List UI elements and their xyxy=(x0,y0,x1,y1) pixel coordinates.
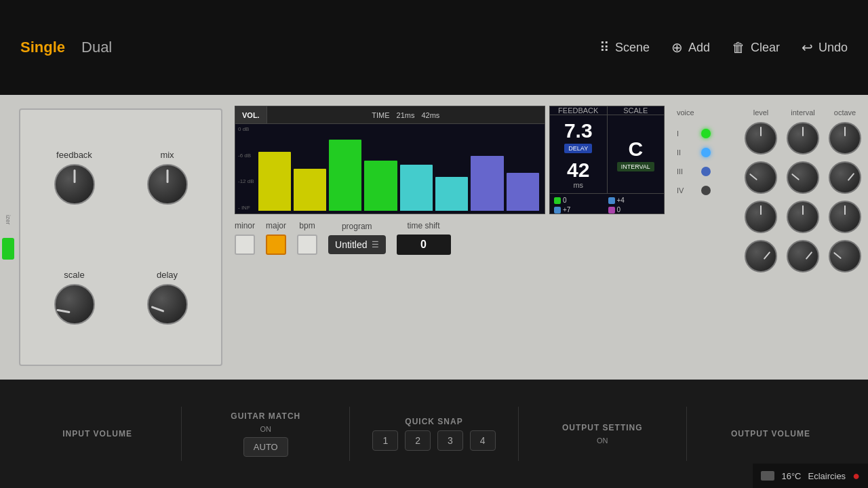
bar-fill-3 xyxy=(364,161,397,211)
mode-dual-button[interactable]: Dual xyxy=(81,39,112,56)
interval-knob-4[interactable] xyxy=(787,240,819,272)
bpm-group: bpm xyxy=(297,221,317,255)
voice-3-led xyxy=(701,167,711,176)
mix-knob[interactable] xyxy=(147,164,188,205)
output-on-label: ON xyxy=(597,436,608,445)
bar-6 xyxy=(471,127,503,211)
program-selector[interactable]: Untitled ☰ xyxy=(328,235,385,254)
dr-body: 7.3 DELAY 42 ms C INTERVAL xyxy=(550,115,664,193)
voice-4-row: IV xyxy=(677,186,731,195)
voice-2-label: II xyxy=(677,148,696,157)
guitar-on-label: ON xyxy=(260,425,272,433)
bars-container xyxy=(258,127,539,211)
level-knob-1[interactable] xyxy=(745,122,777,155)
major-label: major xyxy=(266,221,286,230)
snap-3-button[interactable]: 3 xyxy=(437,430,463,451)
voice3-item: +7 xyxy=(554,206,606,214)
keyboard-icon xyxy=(761,471,774,481)
time-shift-label: time shift xyxy=(407,221,439,230)
snap-4-button[interactable]: 4 xyxy=(470,430,496,451)
octave-knobs xyxy=(829,122,861,272)
level-knob-3[interactable] xyxy=(745,201,777,233)
bottom-bar: INPUT VOLUME GUITAR MATCH ON AUTO QUICK … xyxy=(0,380,868,488)
interval-knob-2[interactable] xyxy=(787,161,819,194)
octave-knob-3[interactable] xyxy=(829,201,861,233)
snap-buttons: 1 2 3 4 xyxy=(372,430,495,451)
add-button[interactable]: ⊕ Add xyxy=(671,39,710,56)
bpm-label: bpm xyxy=(299,221,315,230)
clear-button[interactable]: 🗑 Clear xyxy=(732,40,780,56)
scale-note: C xyxy=(628,138,643,160)
minor-toggle[interactable] xyxy=(235,235,255,255)
vu-display: VOL. TIME 21ms 42ms 0 dB -6 dB -12 dB - … xyxy=(235,106,545,214)
scale-knob[interactable] xyxy=(54,284,95,325)
mode-single-button[interactable]: Single xyxy=(20,39,65,56)
program-group: program Untitled ☰ xyxy=(328,222,385,254)
level-bank: level xyxy=(741,102,781,373)
dr-header: FEEDBACK SCALE xyxy=(550,106,664,115)
db-neg12-label: -12 dB xyxy=(238,179,254,184)
output-setting-label: OUTPUT SETTING xyxy=(562,423,643,432)
scene-button[interactable]: ⠿ Scene xyxy=(599,39,650,56)
input-volume-section: INPUT VOLUME xyxy=(14,429,181,439)
voice-2-row: II xyxy=(677,148,731,157)
level-bank-label: level xyxy=(745,108,777,117)
octave-knob-4[interactable] xyxy=(829,240,861,272)
mix-label: mix xyxy=(160,150,174,160)
program-label: program xyxy=(342,222,372,231)
interval-knob-1[interactable] xyxy=(787,122,819,155)
bar-4 xyxy=(400,127,433,211)
voice1-item: 0 xyxy=(554,197,606,204)
minor-label: minor xyxy=(235,221,255,230)
dr-left-col: 7.3 DELAY 42 ms xyxy=(550,115,608,193)
feedback-knob[interactable] xyxy=(54,164,95,205)
interval-knob-3[interactable] xyxy=(787,201,819,233)
voice4-item: 0 xyxy=(608,206,660,214)
voice-3-row: III xyxy=(677,167,731,176)
bar-fill-7 xyxy=(507,173,539,211)
voice2-val: +4 xyxy=(617,197,625,204)
bar-fill-4 xyxy=(400,165,433,211)
time-label: TIME xyxy=(372,111,389,119)
feedback-tab[interactable]: FEEDBACK xyxy=(550,106,608,115)
delay-label: delay xyxy=(157,270,178,280)
program-name: Untitled xyxy=(335,239,367,250)
octave-knob-1[interactable] xyxy=(829,122,861,155)
voice1-val: 0 xyxy=(563,197,567,204)
level-knob-4[interactable] xyxy=(745,240,777,272)
partial-label: izer xyxy=(5,215,12,225)
time-val1: 21ms xyxy=(397,111,415,119)
scale-group: scale xyxy=(54,270,95,325)
snap-1-button[interactable]: 1 xyxy=(372,430,398,451)
wifi-icon: ● xyxy=(852,469,860,483)
vol-tab[interactable]: VOL. xyxy=(235,106,267,123)
auto-button[interactable]: AUTO xyxy=(243,437,288,457)
undo-button[interactable]: ↩ Undo xyxy=(802,39,848,56)
bpm-toggle[interactable] xyxy=(297,235,317,255)
snap-2-button[interactable]: 2 xyxy=(405,430,431,451)
guitar-match-label: GUITAR MATCH xyxy=(231,411,300,421)
voice-section: voice I II III IV xyxy=(670,95,738,380)
scale-tab[interactable]: SCALE xyxy=(608,106,665,115)
display-top-row: VOL. TIME 21ms 42ms 0 dB -6 dB -12 dB - … xyxy=(235,106,665,214)
display-area: VOL. TIME 21ms 42ms 0 dB -6 dB -12 dB - … xyxy=(229,95,670,380)
guitar-match-section: GUITAR MATCH ON AUTO xyxy=(182,411,349,457)
level-knobs xyxy=(745,122,777,272)
octave-knob-2[interactable] xyxy=(829,161,861,194)
output-volume-section: OUTPUT VOLUME xyxy=(687,429,854,439)
vu-header-row: VOL. TIME 21ms 42ms xyxy=(235,106,545,124)
output-setting-section: OUTPUT SETTING ON xyxy=(519,423,686,445)
voice-4-led xyxy=(701,186,711,195)
major-toggle[interactable] xyxy=(266,235,286,255)
top-bar: Single Dual ⠿ Scene ⊕ Add 🗑 Clear ↩ Undo xyxy=(0,0,868,95)
feedback-scale-panel: FEEDBACK SCALE 7.3 DELAY 42 ms C INTERVA… xyxy=(549,106,665,214)
voice1-dot xyxy=(554,197,561,204)
bar-fill-5 xyxy=(435,177,468,211)
knob-panel: feedback mix scale delay xyxy=(19,108,222,366)
green-indicator xyxy=(2,238,14,260)
delay-knob[interactable] xyxy=(147,284,188,325)
level-knob-2[interactable] xyxy=(745,161,777,194)
dr-footer: 0 +4 +7 0 xyxy=(550,193,664,216)
bar-fill-0 xyxy=(258,152,291,211)
temperature: 16°C xyxy=(781,471,801,481)
